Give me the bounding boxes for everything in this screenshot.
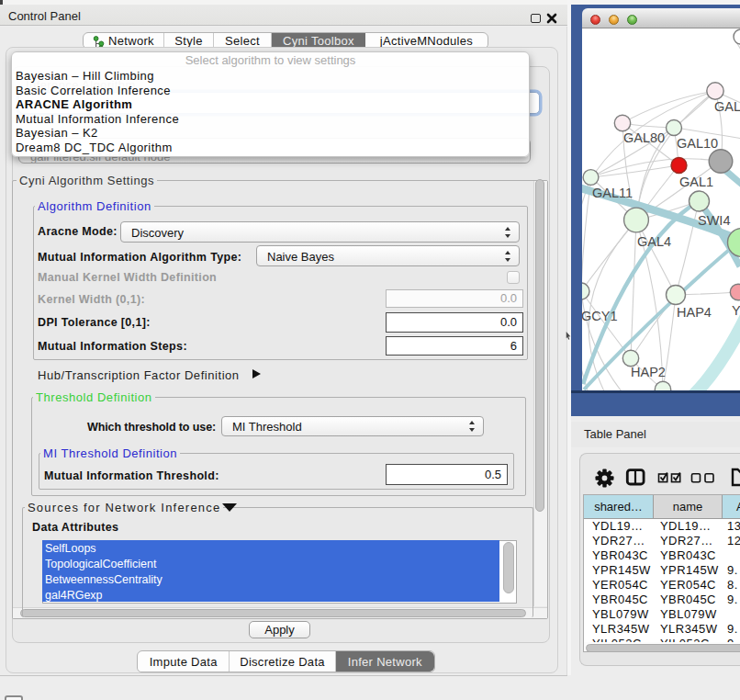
svg-text:GCY1: GCY1 xyxy=(582,309,618,323)
svg-text:HAP2: HAP2 xyxy=(631,365,666,379)
svg-text:GAL10: GAL10 xyxy=(677,136,718,151)
svg-text:GAL11: GAL11 xyxy=(592,186,633,200)
svg-text:SWI4: SWI4 xyxy=(698,213,730,228)
svg-text:Y: Y xyxy=(732,303,740,318)
svg-text:HAP4: HAP4 xyxy=(677,305,712,320)
svg-text:GAL1: GAL1 xyxy=(679,175,713,189)
svg-text:GAL4: GAL4 xyxy=(637,234,671,249)
svg-text:GAL8: GAL8 xyxy=(714,99,740,114)
svg-text:GAL80: GAL80 xyxy=(623,130,665,145)
